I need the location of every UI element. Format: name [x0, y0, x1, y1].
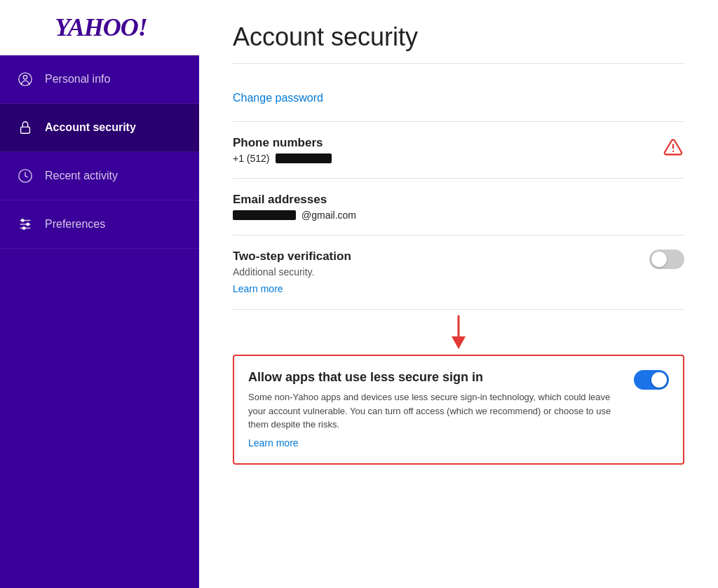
less-secure-content: Allow apps that use less secure sign in …: [248, 370, 623, 449]
sidebar-item-personal-info[interactable]: Personal info: [0, 55, 199, 104]
sidebar-label-personal-info: Personal info: [45, 73, 110, 86]
user-circle-icon: [17, 71, 34, 88]
sliders-icon: [17, 216, 34, 233]
email-addresses-title: Email addresses: [233, 193, 684, 207]
change-password-link[interactable]: Change password: [233, 86, 323, 110]
two-step-toggle-container[interactable]: [649, 249, 684, 269]
phone-redacted: [276, 153, 332, 163]
email-suffix: @gmail.com: [302, 210, 356, 221]
less-secure-description: Some non-Yahoo apps and devices use less…: [248, 390, 623, 432]
sidebar-label-preferences: Preferences: [45, 218, 105, 231]
less-secure-toggle-container[interactable]: [634, 370, 669, 390]
less-secure-title: Allow apps that use less secure sign in: [248, 370, 623, 385]
yahoo-logo: YAHOO!: [55, 13, 147, 42]
email-redacted: [233, 210, 296, 220]
sidebar-label-recent-activity: Recent activity: [45, 170, 118, 182]
two-step-title: Two-step verification: [233, 249, 638, 264]
title-divider: [233, 63, 684, 64]
svg-point-1: [23, 76, 27, 80]
svg-marker-13: [452, 336, 466, 349]
svg-point-8: [27, 223, 29, 226]
less-secure-inner: Allow apps that use less secure sign in …: [248, 370, 669, 449]
phone-numbers-section: Phone numbers +1 (512): [233, 122, 684, 179]
warning-icon: [662, 136, 684, 158]
arrow-annotation: [233, 310, 684, 349]
two-step-toggle-thumb: [651, 252, 667, 267]
sidebar-item-account-security[interactable]: Account security: [0, 104, 199, 152]
less-secure-toggle-thumb: [651, 372, 667, 388]
svg-rect-2: [21, 127, 30, 133]
sidebar-item-recent-activity[interactable]: Recent activity: [0, 152, 199, 200]
phone-numbers-value: +1 (512): [233, 153, 651, 164]
email-addresses-content: Email addresses @gmail.com: [233, 193, 684, 221]
sidebar-label-account-security: Account security: [45, 121, 136, 134]
main-content: Account security Change password Phone n…: [199, 0, 718, 588]
lock-icon: [17, 119, 34, 136]
two-step-verification-section: Two-step verification Additional securit…: [233, 235, 684, 310]
less-secure-learn-more[interactable]: Learn more: [248, 437, 299, 449]
email-addresses-section: Email addresses @gmail.com: [233, 179, 684, 235]
svg-point-7: [22, 219, 25, 222]
less-secure-toggle[interactable]: [634, 370, 669, 390]
two-step-sub: Additional security.: [233, 266, 638, 278]
phone-numbers-content: Phone numbers +1 (512): [233, 136, 651, 164]
two-step-content: Two-step verification Additional securit…: [233, 249, 638, 295]
clock-icon: [17, 167, 34, 184]
sidebar-item-preferences[interactable]: Preferences: [0, 200, 199, 249]
phone-prefix: +1 (512): [233, 153, 270, 164]
sidebar-logo: YAHOO!: [0, 0, 199, 55]
change-password-row: Change password: [233, 81, 684, 122]
svg-point-9: [22, 227, 25, 230]
sidebar: YAHOO! Personal info Account security: [0, 0, 199, 588]
sidebar-nav: Personal info Account security Recent ac…: [0, 55, 199, 588]
email-addresses-value: @gmail.com: [233, 210, 684, 221]
two-step-toggle[interactable]: [649, 249, 684, 269]
less-secure-section: Allow apps that use less secure sign in …: [233, 355, 684, 465]
phone-numbers-title: Phone numbers: [233, 136, 651, 150]
page-title: Account security: [233, 22, 684, 52]
two-step-learn-more[interactable]: Learn more: [233, 283, 283, 294]
